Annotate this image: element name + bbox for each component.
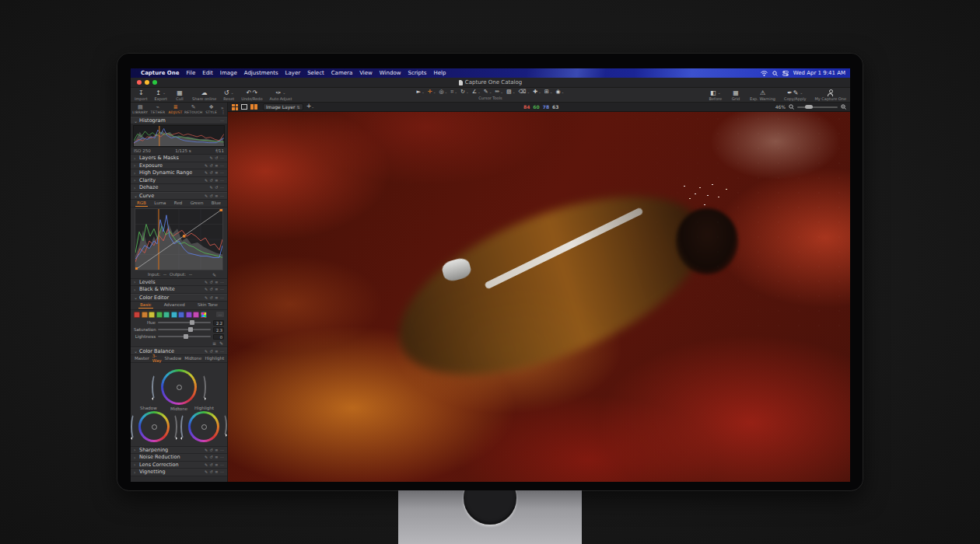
ce-tab-basic[interactable]: Basic: [138, 302, 153, 309]
reset-button[interactable]: ↺⌄ Reset: [222, 89, 235, 102]
panel-noise-reduction[interactable]: › Noise Reduction ✎↺≡⋯: [131, 454, 227, 462]
more-icon[interactable]: ⋯: [220, 118, 224, 123]
gradient-mask-tool[interactable]: ▨⌄: [506, 89, 515, 96]
swatch-more-button[interactable]: …: [216, 312, 224, 317]
swatch-cyan[interactable]: [171, 312, 177, 318]
layer-selector[interactable]: Image Layer ⇅: [263, 103, 303, 110]
before-button[interactable]: ◧⌄ Before: [709, 89, 723, 102]
multi-view-icon[interactable]: [232, 104, 238, 110]
export-button[interactable]: ↥⌄ Export: [154, 89, 168, 102]
reset-icon[interactable]: ↺: [215, 185, 218, 190]
brush-icon[interactable]: ✎: [205, 178, 208, 183]
erase-mask-tool[interactable]: ⌫⌄: [519, 89, 530, 96]
menu-image[interactable]: Image: [220, 70, 237, 76]
preset-icon[interactable]: ≡: [215, 170, 218, 175]
preset-icon[interactable]: ≡: [215, 295, 218, 300]
reset-icon[interactable]: ↺: [210, 287, 213, 291]
more-icon[interactable]: ⋯: [220, 185, 224, 190]
brush-icon[interactable]: ✎: [205, 448, 208, 452]
menu-window[interactable]: Window: [380, 70, 401, 76]
control-center-icon[interactable]: [782, 71, 789, 76]
picker-icon[interactable]: ✎: [219, 340, 223, 346]
panel-color-editor-header[interactable]: ⌄ Color Editor ✎↺≡⋯: [131, 294, 227, 302]
tab-tether[interactable]: ⌁TETHER: [149, 103, 167, 116]
menu-capture-one[interactable]: Capture One: [141, 70, 180, 76]
panel-clarity[interactable]: › Clarity ✎↺≡⋯: [131, 177, 227, 185]
draw-mask-tool[interactable]: ✏⌄: [495, 89, 503, 96]
curve-tab-red[interactable]: Red: [173, 200, 184, 207]
shadow-lightness-arc[interactable]: [170, 413, 177, 440]
zoom-out-icon[interactable]: [789, 104, 794, 110]
swatch-red[interactable]: [134, 312, 140, 318]
tab-adjust[interactable]: ≣ADJUST: [166, 103, 184, 116]
more-icon[interactable]: ⋯: [220, 163, 224, 168]
swatch-orange[interactable]: [142, 312, 148, 318]
rotate-tool[interactable]: ↻⌄: [460, 89, 469, 96]
lightness-slider[interactable]: [158, 336, 211, 337]
zoom-slider[interactable]: [797, 106, 838, 108]
import-button[interactable]: ↧ Import: [134, 89, 149, 102]
swatch-yellow[interactable]: [149, 312, 155, 318]
brush-icon[interactable]: ✎: [205, 349, 208, 354]
lightness-value[interactable]: 0: [213, 334, 224, 340]
reset-icon[interactable]: ↺: [215, 155, 218, 160]
swatch-teal[interactable]: [163, 312, 170, 318]
brush-icon[interactable]: ✎: [205, 170, 208, 175]
shadow-color-wheel[interactable]: [138, 411, 170, 442]
highlight-saturation-arc[interactable]: [180, 413, 188, 440]
curve-tab-luma[interactable]: Luma: [152, 200, 167, 207]
share-online-button[interactable]: ☁ Share online: [191, 89, 217, 102]
hue-slider[interactable]: [158, 322, 211, 323]
brush-icon[interactable]: ✎: [205, 295, 208, 300]
clone-tool[interactable]: ⊞⌄: [544, 89, 553, 96]
highlight-color-wheel[interactable]: [188, 411, 219, 442]
curve-graph[interactable]: [131, 207, 227, 271]
preset-icon[interactable]: ≡: [215, 280, 218, 284]
swatch-blue[interactable]: [178, 312, 184, 318]
brush-icon[interactable]: ✎: [205, 163, 208, 168]
reset-icon[interactable]: ↺: [210, 295, 213, 300]
spot-removal-tool[interactable]: ◉⌄: [556, 89, 565, 96]
menu-help[interactable]: Help: [433, 70, 446, 76]
close-window-button[interactable]: [137, 80, 142, 85]
white-balance-picker-tool[interactable]: ✎⌄: [484, 89, 492, 96]
zoom-window-button[interactable]: [152, 80, 157, 85]
cb-tab-shadow[interactable]: Shadow: [163, 355, 184, 362]
ce-tab-advanced[interactable]: Advanced: [163, 302, 187, 309]
cull-button[interactable]: ▦ Cull: [173, 89, 186, 102]
brush-icon[interactable]: ✎: [210, 185, 213, 190]
midtone-color-wheel[interactable]: [161, 369, 197, 405]
panel-dehaze[interactable]: › Dehaze ✎↺⋯: [131, 184, 227, 192]
swatch-magenta[interactable]: [193, 312, 199, 318]
panel-high-dynamic-range[interactable]: › High Dynamic Range ✎↺≡⋯: [131, 169, 227, 177]
more-icon[interactable]: ⋯: [220, 349, 224, 354]
more-icon[interactable]: ⋯: [220, 295, 224, 300]
reset-icon[interactable]: ↺: [210, 163, 213, 168]
panel-histogram-header[interactable]: ⌄ Histogram ⋯: [131, 117, 227, 124]
menu-layer[interactable]: Layer: [285, 70, 301, 76]
list-icon[interactable]: ≡: [212, 340, 216, 346]
curve-tab-rgb[interactable]: RGB: [135, 200, 148, 207]
select-tool[interactable]: ►⌄: [417, 89, 425, 96]
more-icon[interactable]: ⋯: [220, 469, 224, 474]
exposure-warning-button[interactable]: ⚠ Exp. Warning: [749, 89, 776, 102]
panel-lens-correction[interactable]: › Lens Correction ✎↺≡⋯: [131, 462, 227, 469]
preset-icon[interactable]: ≡: [215, 349, 218, 354]
zoom-level[interactable]: 46%: [775, 104, 786, 110]
curve-tab-blue[interactable]: Blue: [210, 200, 222, 207]
curve-tab-green[interactable]: Green: [189, 200, 205, 207]
photo-model-in-red-water[interactable]: [228, 112, 850, 482]
curve-picker-icon[interactable]: ✎: [212, 272, 216, 277]
straighten-tool[interactable]: ∠⌄: [472, 89, 481, 96]
menu-edit[interactable]: Edit: [202, 70, 213, 76]
reset-icon[interactable]: ↺: [210, 194, 213, 198]
highlight-lightness-arc[interactable]: [219, 413, 227, 437]
reset-icon[interactable]: ↺: [210, 448, 213, 452]
single-view-icon[interactable]: [241, 104, 247, 110]
menu-bar-clock[interactable]: Wed Apr 1 9:41 AM: [793, 70, 845, 76]
brush-icon[interactable]: ✎: [205, 287, 208, 291]
compare-view-icon[interactable]: [250, 104, 257, 110]
add-layer-button[interactable]: +⌄: [306, 103, 314, 110]
menu-view[interactable]: View: [359, 70, 373, 76]
more-icon[interactable]: ⋯: [220, 178, 224, 183]
